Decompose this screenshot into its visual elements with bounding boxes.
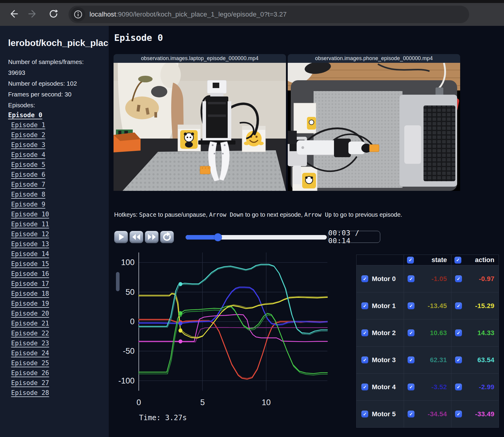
url-text[interactable]: localhost:9090/lerobot/koch_pick_place_1… [90, 11, 287, 18]
episode-link-0[interactable]: Episode 0 [8, 112, 42, 119]
episode-link-16[interactable]: Episode 16 [11, 270, 49, 277]
episode-link-10[interactable]: Episode 10 [11, 211, 49, 218]
episode-link-1[interactable]: Episode 1 [11, 121, 45, 129]
state-checkbox[interactable] [408, 302, 414, 309]
action-checkbox[interactable] [455, 356, 462, 363]
motor-name: Motor 1 [372, 302, 396, 310]
hotkey-arrow-down: Arrow Down [209, 211, 243, 218]
play-icon [114, 231, 128, 243]
episode-list-item: Episode 4 [8, 151, 109, 161]
episode-link-7[interactable]: Episode 7 [11, 181, 45, 188]
site-info-icon[interactable] [71, 7, 85, 22]
episode-link-25[interactable]: Episode 25 [11, 359, 49, 367]
svg-text:100: 100 [121, 258, 135, 267]
episode-link-22[interactable]: Episode 22 [11, 330, 49, 337]
episode-link-3[interactable]: Episode 3 [11, 141, 45, 148]
hotkeys-mid1: to pause/unpause, [156, 211, 209, 218]
motor-checkbox[interactable] [361, 384, 368, 390]
browser-toolbar: localhost:9090/lerobot/koch_pick_place_1… [0, 3, 504, 26]
hotkeys-prefix: Hotkeys: [114, 211, 139, 218]
action-value: -15.29 [475, 302, 494, 310]
episode-list-item: Episode 19 [8, 300, 109, 310]
episode-link-6[interactable]: Episode 6 [11, 171, 45, 178]
motor-row-1: Motor 1-13.45-15.29 [357, 292, 499, 319]
header-action-cell: action [451, 255, 499, 265]
episode-link-17[interactable]: Episode 17 [11, 280, 49, 287]
action-value: 63.54 [477, 356, 494, 364]
motor-checkbox[interactable] [361, 275, 368, 282]
state-column-checkbox[interactable] [407, 257, 414, 264]
stat-frames: Number of samples/frames: 39693 [8, 57, 101, 78]
play-button[interactable] [114, 231, 128, 243]
episode-link-24[interactable]: Episode 24 [11, 350, 49, 357]
video-frame-laptop[interactable] [114, 63, 286, 191]
seek-slider-thumb[interactable] [214, 234, 222, 241]
time-display: 00:03 / 00:14 [328, 231, 380, 243]
loop-button[interactable] [160, 231, 174, 243]
seek-slider[interactable] [186, 235, 327, 240]
state-value: -34.54 [428, 410, 447, 418]
video-card-laptop: observation.images.laptop_episode_000000… [114, 54, 286, 191]
episode-link-8[interactable]: Episode 8 [11, 191, 45, 198]
episode-link-15[interactable]: Episode 15 [11, 260, 49, 267]
episode-link-19[interactable]: Episode 19 [11, 300, 49, 307]
state-checkbox[interactable] [408, 356, 414, 363]
chart-time-label: Time: 3.27s [139, 414, 187, 422]
fast-forward-button[interactable] [145, 231, 159, 243]
url-bar[interactable]: localhost:9090/lerobot/koch_pick_place_1… [68, 6, 469, 23]
back-icon[interactable] [7, 7, 20, 20]
motor-checkbox[interactable] [361, 356, 368, 363]
rewind-button[interactable] [129, 231, 143, 243]
motor-checkbox[interactable] [361, 302, 368, 309]
episode-link-11[interactable]: Episode 11 [11, 221, 49, 228]
action-checkbox[interactable] [455, 275, 462, 282]
motor-name: Motor 2 [372, 329, 396, 337]
episode-list-item: Episode 23 [8, 340, 109, 350]
episode-link-21[interactable]: Episode 21 [11, 320, 49, 327]
reload-icon[interactable] [47, 7, 60, 20]
dataset-stats: Number of samples/frames: 39693 Number o… [8, 57, 101, 111]
action-checkbox[interactable] [455, 411, 462, 417]
episode-list-item: Episode 8 [8, 191, 109, 201]
episode-list-item: Episode 28 [8, 389, 109, 399]
episode-list-item: Episode 18 [8, 290, 109, 300]
episode-list-item: Episode 22 [8, 330, 109, 340]
episode-link-20[interactable]: Episode 20 [11, 310, 49, 317]
episode-link-5[interactable]: Episode 5 [11, 161, 45, 168]
stat-episodes: Number of episodes: 102 [8, 78, 101, 89]
video-frame-phone[interactable] [288, 63, 460, 191]
motor-checkbox[interactable] [361, 411, 368, 417]
video-card-phone: observation.images.phone_episode_000000.… [288, 54, 460, 191]
episode-link-28[interactable]: Episode 28 [11, 389, 49, 396]
window-top-strip [0, 0, 504, 3]
motor-chart[interactable]: 100500-50-1000510 [109, 247, 332, 430]
episode-link-27[interactable]: Episode 27 [11, 379, 49, 387]
action-checkbox[interactable] [455, 302, 462, 309]
episode-link-14[interactable]: Episode 14 [11, 250, 49, 258]
state-checkbox[interactable] [408, 275, 414, 282]
episode-link-13[interactable]: Episode 13 [11, 240, 49, 248]
url-host: localhost [90, 11, 116, 18]
forward-icon[interactable] [26, 7, 40, 20]
state-checkbox[interactable] [408, 411, 414, 417]
episode-link-26[interactable]: Episode 26 [11, 369, 49, 377]
main-content: Episode 0 observation.images.laptop_epis… [109, 26, 504, 437]
video-caption-phone: observation.images.phone_episode_000000.… [288, 54, 460, 63]
episode-link-4[interactable]: Episode 4 [11, 151, 45, 158]
episode-link-12[interactable]: Episode 12 [11, 231, 49, 238]
episode-list-item: Episode 11 [8, 221, 109, 231]
action-checkbox[interactable] [455, 384, 462, 390]
episode-link-18[interactable]: Episode 18 [11, 290, 49, 297]
action-column-checkbox[interactable] [454, 257, 461, 264]
hotkey-arrow-up: Arrow Up [304, 211, 332, 218]
motor-name: Motor 5 [372, 410, 396, 418]
hotkey-space: Space [139, 211, 156, 218]
motor-checkbox[interactable] [361, 329, 368, 336]
episode-link-9[interactable]: Episode 9 [11, 201, 45, 208]
state-checkbox[interactable] [408, 329, 414, 336]
episode-link-23[interactable]: Episode 23 [11, 340, 49, 347]
action-checkbox[interactable] [455, 329, 462, 336]
state-value: -3.52 [431, 383, 447, 391]
state-checkbox[interactable] [408, 384, 414, 390]
episode-link-2[interactable]: Episode 2 [11, 131, 45, 139]
